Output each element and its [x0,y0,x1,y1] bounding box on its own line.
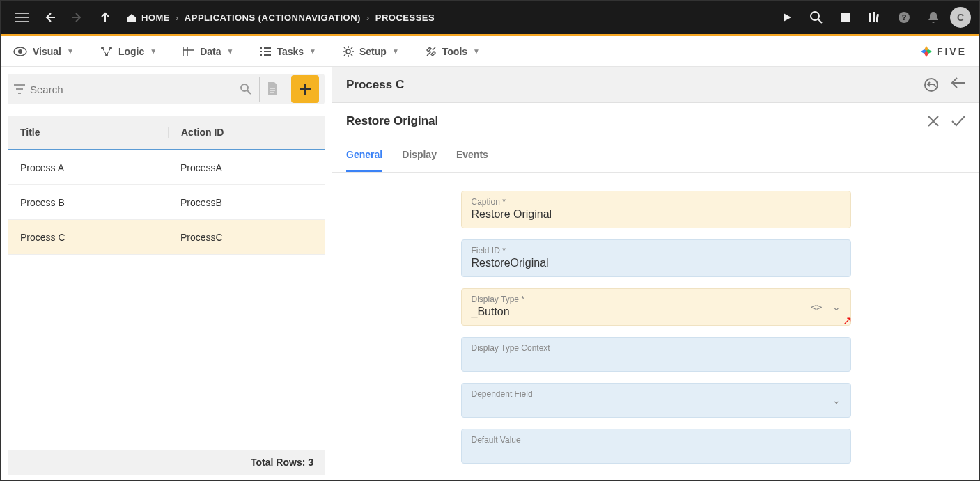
tabs: General Display Events [332,139,979,173]
svg-point-13 [346,49,350,54]
table-row[interactable]: Process C ProcessC [8,220,325,255]
code-icon[interactable]: <> [811,301,823,313]
sub-header: Restore Original [332,103,979,139]
chevron-right-icon: › [366,13,370,23]
breadcrumb: HOME › APPLICATIONS (ACTIONNAVIGATION) ›… [126,13,435,23]
dependent-field-field[interactable]: Dependent Field ⌄ [461,383,851,418]
form: Caption * Restore Original Field ID * Re… [332,173,979,481]
revert-icon[interactable] [924,77,939,93]
document-icon[interactable] [259,77,284,102]
back-icon[interactable] [37,5,62,30]
display-type-context-field[interactable]: Display Type Context [461,337,851,372]
close-icon[interactable] [928,116,939,127]
right-panel: Process C Restore Original General Displ… [332,67,979,481]
breadcrumb-home[interactable]: HOME [126,13,170,23]
back-arrow-icon[interactable] [951,77,965,93]
brand-logo: FIVE [920,45,967,58]
up-icon[interactable] [93,5,118,30]
play-icon[interactable] [775,5,800,30]
menu-tools[interactable]: Tools▼ [426,46,480,57]
topbar-right: ? C [775,5,971,30]
left-panel: Title Action ID Process A ProcessA Proce… [1,67,332,481]
table-row[interactable]: Process A ProcessA [8,150,325,185]
detail-header: Process C [332,67,979,103]
svg-point-8 [18,49,22,54]
topbar: HOME › APPLICATIONS (ACTIONNAVIGATION) ›… [1,1,979,34]
menubar: Visual▼ Logic▼ Data▼ Tasks▼ Setup▼ Tools… [1,36,979,67]
svg-rect-3 [873,12,875,22]
svg-rect-2 [869,13,871,22]
filter-icon[interactable] [13,84,26,94]
search-icon[interactable] [804,5,829,30]
menu-tasks[interactable]: Tasks▼ [260,46,316,57]
menu-visual[interactable]: Visual▼ [13,46,74,57]
caption-field[interactable]: Caption * Restore Original [461,191,851,228]
menu-data[interactable]: Data▼ [183,46,233,57]
tab-general[interactable]: General [346,139,382,172]
tab-display[interactable]: Display [402,139,437,172]
avatar[interactable]: C [950,7,971,28]
check-icon[interactable] [951,116,965,127]
breadcrumb-processes[interactable]: PROCESSES [375,13,435,23]
search-icon[interactable] [240,83,252,95]
svg-point-0 [811,12,819,20]
display-type-field[interactable]: Display Type * _Button <> ⌄ ↗ [461,288,851,326]
svg-point-14 [241,84,248,91]
body: Title Action ID Process A ProcessA Proce… [1,67,979,481]
chevron-right-icon: › [176,13,179,23]
library-icon[interactable] [862,5,887,30]
menu-logic[interactable]: Logic▼ [100,46,157,57]
forward-icon [65,5,90,30]
svg-text:?: ? [902,13,907,22]
svg-rect-12 [183,47,194,56]
col-action-id[interactable]: Action ID [168,127,325,138]
tab-events[interactable]: Events [456,139,488,172]
field-id-field[interactable]: Field ID * RestoreOriginal [461,239,851,277]
search-row [8,74,325,104]
menu-setup[interactable]: Setup▼ [343,46,399,57]
sub-title: Restore Original [346,114,438,128]
table-body: Process A ProcessA Process B ProcessB Pr… [8,150,325,450]
detail-title: Process C [346,78,404,92]
topbar-left: HOME › APPLICATIONS (ACTIONNAVIGATION) ›… [9,5,435,30]
breadcrumb-applications[interactable]: APPLICATIONS (ACTIONNAVIGATION) [185,13,361,23]
annotation-arrow: ↗ [843,314,852,327]
chevron-down-icon[interactable]: ⌄ [832,301,841,313]
help-icon[interactable]: ? [892,5,917,30]
table-header: Title Action ID [8,116,325,150]
bell-icon[interactable] [921,5,946,30]
search-input[interactable] [30,84,235,95]
add-button[interactable] [291,75,319,103]
breadcrumb-home-label: HOME [141,13,170,23]
svg-rect-4 [876,14,879,22]
hamburger-icon[interactable] [9,5,34,30]
svg-rect-1 [841,13,850,22]
default-value-field[interactable]: Default Value [461,429,851,464]
table-row[interactable]: Process B ProcessB [8,185,325,220]
table-footer: Total Rows: 3 [8,450,325,475]
stop-icon[interactable] [833,5,858,30]
col-title[interactable]: Title [8,127,168,138]
chevron-down-icon[interactable]: ⌄ [832,395,841,406]
